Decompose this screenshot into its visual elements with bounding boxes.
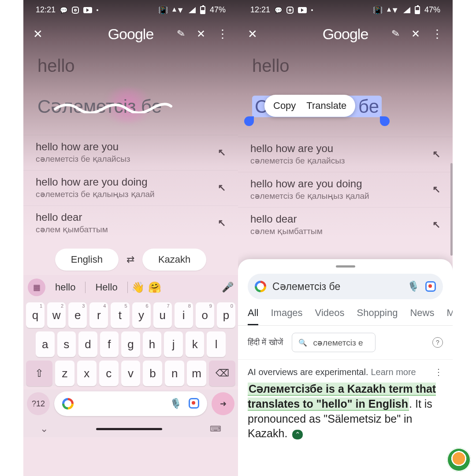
voice-search-icon[interactable] — [170, 398, 182, 409]
translate-action[interactable]: Translate — [306, 100, 346, 112]
key-f[interactable]: f — [100, 331, 119, 357]
clear-button[interactable] — [197, 28, 205, 40]
shift-key[interactable] — [26, 361, 52, 386]
key-q[interactable]: q1 — [26, 302, 45, 328]
suggestion-item[interactable]: hello how are you сәлеметсіз бе қалайсыз — [238, 137, 453, 172]
key-r[interactable]: r4 — [89, 302, 108, 328]
google-logo: Google — [323, 26, 368, 43]
key-n[interactable]: n — [165, 361, 184, 386]
key-e[interactable]: e3 — [68, 302, 87, 328]
source-text[interactable]: hello — [37, 56, 224, 76]
magic-edit-icon[interactable] — [177, 28, 185, 40]
clear-button[interactable] — [411, 28, 420, 40]
suggestion-item[interactable]: hello dear сәлем қымбаттым — [23, 205, 238, 241]
learn-more-link[interactable]: Learn more — [371, 367, 416, 377]
key-c[interactable]: c — [99, 361, 119, 386]
lens-icon[interactable] — [425, 281, 436, 292]
close-button[interactable] — [248, 27, 257, 41]
insert-arrow-icon[interactable] — [432, 149, 440, 160]
insert-arrow-icon[interactable] — [432, 184, 440, 195]
search-bottom-sheet[interactable]: Сәлеметсіз бе All Images Videos Shopping… — [238, 259, 453, 476]
key-a[interactable]: a — [36, 331, 55, 357]
search-query[interactable]: Сәлеметсіз бе — [272, 281, 401, 293]
key-i[interactable]: i8 — [175, 302, 193, 328]
key-y[interactable]: y6 — [132, 302, 151, 328]
google-g-icon — [255, 281, 266, 292]
key-t[interactable]: t5 — [111, 302, 129, 328]
key-m[interactable]: m — [187, 361, 206, 386]
key-b[interactable]: b — [143, 361, 162, 386]
swap-languages-icon[interactable] — [126, 254, 134, 265]
insert-arrow-icon[interactable] — [218, 147, 226, 158]
enter-key[interactable] — [212, 392, 234, 415]
expand-chip-icon[interactable] — [292, 430, 303, 439]
key-p[interactable]: p0 — [217, 302, 235, 328]
symbols-key[interactable]: ?12 — [27, 392, 50, 415]
source-text[interactable]: hello — [252, 56, 439, 76]
key-u[interactable]: u7 — [153, 302, 172, 328]
close-button[interactable] — [33, 27, 43, 41]
notif-more-icon — [311, 9, 313, 11]
insert-arrow-icon[interactable] — [218, 217, 226, 229]
selection-handle-start[interactable] — [244, 116, 254, 126]
key-w[interactable]: w2 — [47, 302, 66, 328]
key-g[interactable]: g — [121, 331, 140, 357]
keyboard-mic-icon[interactable] — [222, 282, 234, 293]
lang-to-chip[interactable]: Kazakh — [142, 249, 206, 271]
kb-emoji-suggestion[interactable]: 🤗 — [148, 281, 161, 294]
wifi-icon: ▼ — [172, 5, 184, 15]
collapse-keyboard-icon[interactable] — [40, 423, 48, 435]
tab-videos[interactable]: Videos — [315, 307, 345, 325]
key-z[interactable]: z — [55, 361, 74, 386]
suggestion-kz: сәлеметсіз бе қалыңыз қалай — [250, 191, 369, 201]
overflow-menu-icon[interactable] — [217, 27, 228, 41]
switch-keyboard-icon[interactable] — [210, 424, 221, 434]
key-s[interactable]: s — [57, 331, 76, 357]
hindi-hint[interactable]: हिंदी में खोजें — [248, 338, 283, 347]
copy-action[interactable]: Copy — [273, 100, 296, 112]
suggestion-item[interactable]: hello dear сәлем қымбаттым — [238, 207, 453, 242]
search-box[interactable]: Сәлеметсіз бе — [248, 274, 443, 299]
key-o[interactable]: o9 — [196, 302, 214, 328]
suggestion-item[interactable]: hello how are you doing сәлеметсіз бе қа… — [238, 172, 453, 207]
gesture-bar[interactable] — [96, 428, 162, 430]
key-x[interactable]: x — [77, 361, 97, 386]
tab-shopping[interactable]: Shopping — [357, 307, 398, 325]
tab-images[interactable]: Images — [271, 307, 302, 325]
refine-box[interactable]: сәлеметсіз е — [292, 333, 376, 352]
sheet-grabber[interactable] — [336, 265, 355, 268]
tab-all[interactable]: All — [248, 307, 258, 325]
insert-arrow-icon[interactable] — [432, 219, 440, 231]
tab-news[interactable]: News — [410, 307, 434, 325]
suggestion-item[interactable]: hello how are you сәлеметсіз бе қалайсыз — [23, 135, 238, 170]
google-g-icon — [62, 398, 74, 409]
lens-icon[interactable] — [189, 398, 199, 409]
selection-handle-end[interactable] — [380, 116, 390, 126]
key-v[interactable]: v — [121, 361, 141, 386]
kb-suggestion[interactable]: Hello — [89, 282, 123, 293]
key-l[interactable]: l — [207, 331, 226, 357]
battery-icon — [415, 6, 420, 14]
overflow-menu-icon[interactable] — [431, 27, 443, 41]
key-j[interactable]: j — [164, 331, 183, 357]
key-k[interactable]: k — [186, 331, 205, 357]
ai-note-text: AI overviews are experimental. — [248, 367, 368, 377]
key-d[interactable]: d — [78, 331, 97, 357]
lang-from-chip[interactable]: English — [55, 249, 119, 271]
suggestion-item[interactable]: hello how are you doing сәлеметсіз бе қа… — [23, 170, 238, 205]
target-text[interactable]: Сәлеметсіз бе — [37, 96, 162, 117]
keyboard-apps-icon[interactable] — [28, 279, 45, 296]
insert-arrow-icon[interactable] — [218, 182, 226, 193]
kb-suggestion[interactable]: hello — [49, 282, 82, 293]
kb-emoji-suggestion[interactable]: 👋 — [131, 281, 145, 294]
help-icon[interactable]: ? — [432, 337, 443, 348]
key-h[interactable]: h — [143, 331, 162, 357]
magic-edit-icon[interactable] — [392, 28, 400, 40]
backspace-key[interactable] — [209, 361, 235, 386]
ai-overflow-icon[interactable] — [434, 367, 443, 377]
scroll-indicator[interactable] — [450, 163, 453, 256]
google-search-pill[interactable] — [54, 391, 207, 416]
voice-search-icon[interactable] — [407, 281, 419, 292]
tab-maps[interactable]: Maps — [446, 307, 453, 325]
keyboard[interactable]: q1w2e3r4t5y6u7i8o9p0 asdfghjkl zxcvbnm — [23, 300, 238, 386]
